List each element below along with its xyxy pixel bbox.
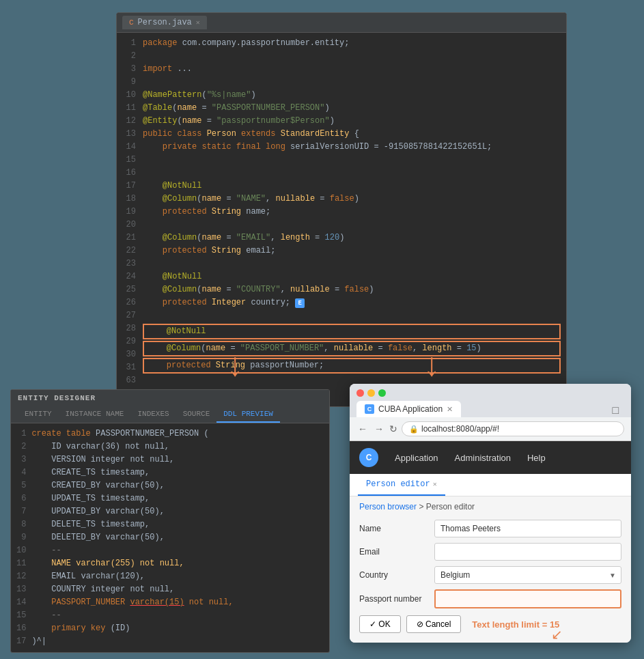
content-tab-close-icon[interactable]: ✕: [433, 480, 437, 488]
lock-icon: 🔒: [409, 425, 419, 434]
ok-label: ✓ OK: [369, 619, 391, 629]
app-logo: C: [359, 448, 378, 467]
form-row-name: Name: [359, 520, 621, 537]
arrow-annotation-icon: ↙: [551, 626, 563, 643]
code-editor: C Person.java ✕ 1239 1011121314 15161718…: [116, 12, 567, 407]
minimize-window-button[interactable]: [367, 389, 375, 397]
country-select[interactable]: Belgium: [434, 566, 621, 584]
tab-source[interactable]: SOURCE: [176, 406, 217, 423]
address-text: localhost:8080/app/#!: [421, 424, 499, 434]
line-numbers: 1239 1011121314 1516171819 2021222324 25…: [117, 37, 143, 402]
code-lines: package com.company.passportnumber.entit…: [143, 37, 566, 402]
browser-window: C CUBA Application ✕ □ ← → ↻ 🔒 localhost…: [350, 384, 631, 643]
country-select-wrapper: Belgium ▼: [434, 566, 621, 584]
breadcrumb-link[interactable]: Person browser: [359, 502, 417, 511]
ddl-line-numbers: 12345 678910 1112131415 1617: [11, 427, 31, 648]
browser-tab-bar: C CUBA Application ✕ □: [356, 401, 624, 417]
entity-designer-tabs: ENTITY INSTANCE NAME INDEXES SOURCE DDL …: [11, 406, 329, 423]
nav-item-application[interactable]: Application: [387, 450, 447, 466]
form-row-country: Country Belgium ▼: [359, 566, 621, 584]
passport-input[interactable]: [434, 589, 621, 608]
refresh-button[interactable]: ↻: [389, 423, 397, 434]
content-tab-person-editor[interactable]: Person editor ✕: [358, 474, 445, 496]
back-button[interactable]: ←: [356, 423, 369, 434]
file-icon: C: [129, 18, 134, 27]
forward-button[interactable]: →: [373, 423, 385, 434]
cancel-label: ⊘ Cancel: [417, 619, 451, 629]
tab-indexes[interactable]: INDEXES: [130, 406, 176, 423]
arrow-down-right: ↓: [422, 348, 442, 385]
nav-item-administration[interactable]: Administration: [447, 450, 519, 466]
name-label: Name: [359, 524, 434, 533]
tab-title: CUBA Application: [378, 404, 443, 414]
browser-chrome: C CUBA Application ✕ □: [350, 384, 631, 417]
tab-entity[interactable]: ENTITY: [18, 406, 59, 423]
form-row-email: Email: [359, 543, 621, 561]
cancel-button[interactable]: ⊘ Cancel: [406, 615, 462, 633]
form-buttons: ✓ OK ⊘ Cancel Text length limit = 15: [359, 615, 621, 633]
code-content: 1239 1011121314 1516171819 2021222324 25…: [117, 33, 566, 406]
address-bar[interactable]: 🔒 localhost:8080/app/#!: [402, 421, 624, 436]
tab-ddl-preview[interactable]: DDL PREVIEW: [216, 406, 280, 423]
passport-label: Passport number: [359, 594, 434, 604]
entity-designer-header: ENTITY DESIGNER: [11, 390, 329, 406]
content-tabs: Person editor ✕: [350, 474, 631, 496]
address-bar-row: ← → ↻ 🔒 localhost:8080/app/#!: [350, 417, 631, 441]
arrow-down-left: ↓: [225, 348, 245, 385]
new-tab-button[interactable]: □: [606, 405, 624, 417]
text-limit-annotation: Text length limit = 15: [472, 619, 559, 630]
editor-tab[interactable]: C Person.java ✕: [122, 16, 207, 29]
content-tab-label: Person editor: [366, 479, 430, 489]
tab-instance-name[interactable]: INSTANCE NAME: [59, 406, 131, 423]
form-row-passport: Passport number: [359, 589, 621, 608]
ddl-code-lines: create table PASSPORTNUMBER_PERSON ( ID …: [31, 427, 329, 648]
entity-designer-panel: ENTITY DESIGNER ENTITY INSTANCE NAME IND…: [10, 389, 330, 653]
breadcrumb-current: Person editor: [426, 502, 475, 511]
close-window-button[interactable]: [356, 389, 364, 397]
email-input[interactable]: [434, 543, 621, 561]
breadcrumb-separator: >: [419, 502, 425, 511]
app-content: Person browser > Person editor Name Emai…: [350, 496, 631, 643]
app-navbar: C Application Administration Help: [350, 441, 631, 474]
name-input[interactable]: [434, 520, 621, 537]
window-controls: [356, 389, 624, 397]
editor-tab-bar: C Person.java ✕: [117, 13, 566, 33]
browser-tab-close-icon[interactable]: ✕: [447, 405, 453, 414]
ddl-code-area: 12345 678910 1112131415 1617 create tabl…: [11, 423, 329, 652]
breadcrumb: Person browser > Person editor: [350, 496, 631, 514]
tab-filename: Person.java: [138, 18, 192, 27]
nav-item-help[interactable]: Help: [519, 450, 554, 466]
browser-tab-cuba[interactable]: C CUBA Application ✕: [356, 401, 461, 417]
country-label: Country: [359, 570, 434, 580]
email-label: Email: [359, 547, 434, 557]
person-editor-form: Name Email Country Belgium ▼ Passport nu…: [350, 514, 631, 643]
ok-button[interactable]: ✓ OK: [359, 615, 401, 633]
maximize-window-button[interactable]: [378, 389, 386, 397]
tab-close-icon[interactable]: ✕: [196, 18, 200, 27]
site-favicon: C: [365, 404, 374, 414]
